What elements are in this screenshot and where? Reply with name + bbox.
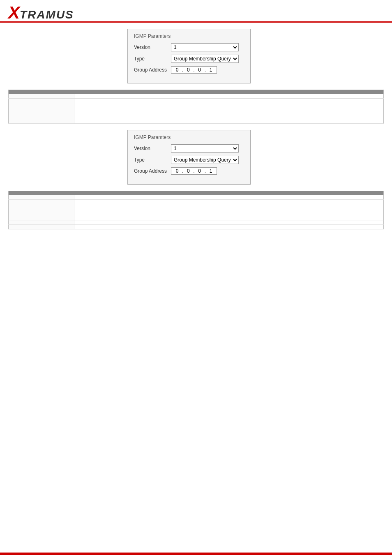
logo-x: X [8,4,20,21]
table1-row2-col1 [9,99,74,119]
table1-row2-col2 [74,99,384,119]
igmp-panel-2-title: IGMP Paramters [134,134,244,140]
header: X TRAMUS [0,0,392,23]
igmp-panel-1: IGMP Paramters Version 1 2 3 Type Group … [127,29,251,83]
table2-row2-col2 [74,200,384,220]
table2-row3-col1 [9,220,74,225]
igmp-version-select-1[interactable]: 1 2 3 [171,43,239,51]
igmp-ip-part-1-3[interactable] [207,67,215,73]
igmp-ip-part-1-0[interactable] [173,67,181,73]
table-row [9,225,384,229]
logo-text: TRAMUS [20,8,74,21]
table2-header-col1 [9,191,74,196]
table-row [9,94,384,99]
igmp-ip-part-2-0[interactable] [173,168,181,174]
info-table-2 [8,191,384,229]
table1-row3-col2 [74,119,384,124]
igmp-ip-field-2: . . . [171,167,217,175]
igmp-ip-part-1-2[interactable] [196,67,204,73]
igmp-version-select-2[interactable]: 1 2 3 [171,144,239,153]
info-table-1 [8,90,384,124]
igmp-group-address-label-2: Group Address [134,168,171,174]
table2-row4-col1 [9,225,74,229]
igmp-version-label-1: Version [134,44,171,50]
igmp-type-row-2: Type Group Membership Query Membership R… [134,156,244,164]
igmp-panel-1-title: IGMP Paramters [134,33,244,39]
igmp-version-row-1: Version 1 2 3 [134,43,244,51]
table2-row4-col2 [74,225,384,229]
table2-row2-col1 [9,200,74,220]
igmp-group-address-row-1: Group Address . . . [134,66,244,74]
table-row [9,119,384,124]
table2-row3-col2 [74,220,384,225]
table2-row1-col1 [9,195,74,200]
table2-header-col2 [74,191,384,196]
table-row [9,195,384,200]
igmp-ip-part-1-1[interactable] [184,67,192,73]
igmp-type-select-2[interactable]: Group Membership Query Membership Report… [171,156,239,164]
table-row [9,220,384,225]
igmp-type-label-1: Type [134,56,171,62]
table1-row1-col1 [9,94,74,99]
igmp-panel-2: IGMP Paramters Version 1 2 3 Type Group … [127,130,251,185]
table1-row3-col1 [9,119,74,124]
igmp-group-address-label-1: Group Address [134,67,171,73]
table-row [9,200,384,220]
igmp-type-select-1[interactable]: Group Membership Query Membership Report… [171,55,239,63]
main-content: IGMP Paramters Version 1 2 3 Type Group … [0,23,392,242]
table1-header-col2 [74,90,384,95]
table1-header-col1 [9,90,74,95]
igmp-type-row-1: Type Group Membership Query Membership R… [134,55,244,63]
igmp-version-row-2: Version 1 2 3 [134,144,244,153]
table1-row1-col2 [74,94,384,99]
igmp-type-label-2: Type [134,157,171,163]
table2-row1-col2 [74,195,384,200]
igmp-ip-part-2-2[interactable] [196,168,204,174]
igmp-ip-field-1: . . . [171,66,217,74]
logo: X TRAMUS [8,4,384,21]
table-row [9,99,384,119]
igmp-group-address-row-2: Group Address . . . [134,167,244,175]
igmp-ip-part-2-3[interactable] [207,168,215,174]
igmp-version-label-2: Version [134,146,171,151]
igmp-ip-part-2-1[interactable] [184,168,192,174]
